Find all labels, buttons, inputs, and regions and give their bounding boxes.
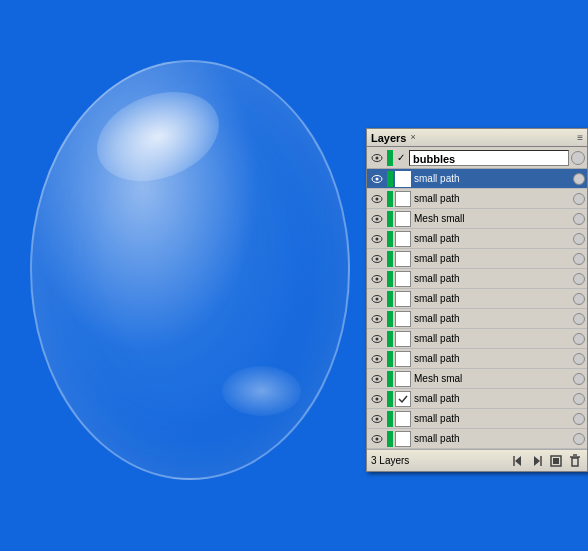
layers-list[interactable]: small pathsmall pathMesh smallsmall path… bbox=[367, 169, 587, 449]
statusbar-forward-button[interactable] bbox=[529, 453, 545, 469]
layer-eye-icon[interactable] bbox=[369, 311, 385, 327]
layer-row[interactable]: small path bbox=[367, 409, 587, 429]
layer-color-bar bbox=[387, 211, 393, 227]
layer-row[interactable]: small path bbox=[367, 249, 587, 269]
svg-point-1 bbox=[376, 156, 379, 159]
layer-options-icon[interactable] bbox=[573, 393, 585, 405]
statusbar-icons bbox=[510, 453, 583, 469]
svg-point-17 bbox=[376, 317, 379, 320]
layer-options-icon[interactable] bbox=[573, 413, 585, 425]
layer-options-icon[interactable] bbox=[573, 333, 585, 345]
panel-title-left: Layers × bbox=[371, 132, 416, 144]
layer-thumbnail bbox=[395, 331, 411, 347]
layer-row[interactable]: small path bbox=[367, 329, 587, 349]
statusbar-back-button[interactable] bbox=[510, 453, 526, 469]
layer-name-label: small path bbox=[412, 173, 570, 184]
layers-toolbar: ✓ bubbles bbox=[367, 147, 587, 169]
layer-thumbnail bbox=[395, 271, 411, 287]
layer-options-icon[interactable] bbox=[573, 433, 585, 445]
svg-marker-32 bbox=[534, 456, 540, 466]
layer-eye-icon[interactable] bbox=[369, 191, 385, 207]
layer-name-label: small path bbox=[412, 273, 570, 284]
layer-eye-icon[interactable] bbox=[369, 391, 385, 407]
svg-marker-30 bbox=[515, 456, 521, 466]
layer-eye-icon[interactable] bbox=[369, 411, 385, 427]
layer-eye-icon[interactable] bbox=[369, 171, 385, 187]
layer-eye-icon[interactable] bbox=[369, 351, 385, 367]
canvas: Layers × ≡ ✓ bubbles small pathsmall pat… bbox=[0, 0, 588, 551]
layer-row[interactable]: small path bbox=[367, 189, 587, 209]
layer-name-label: Mesh small bbox=[412, 213, 570, 224]
statusbar-delete-button[interactable] bbox=[567, 453, 583, 469]
svg-point-19 bbox=[376, 337, 379, 340]
layer-row[interactable]: small path bbox=[367, 269, 587, 289]
svg-point-23 bbox=[376, 377, 379, 380]
statusbar-page-button[interactable] bbox=[548, 453, 564, 469]
svg-rect-36 bbox=[572, 458, 578, 466]
layer-options-icon[interactable] bbox=[573, 353, 585, 365]
layer-options-icon[interactable] bbox=[573, 273, 585, 285]
layer-eye-icon[interactable] bbox=[369, 331, 385, 347]
layer-thumbnail bbox=[395, 351, 411, 367]
layer-row[interactable]: small path bbox=[367, 309, 587, 329]
svg-rect-35 bbox=[553, 458, 559, 464]
layer-options-icon[interactable] bbox=[573, 233, 585, 245]
svg-point-5 bbox=[376, 197, 379, 200]
layer-eye-icon[interactable] bbox=[369, 371, 385, 387]
layer-eye-icon[interactable] bbox=[369, 231, 385, 247]
layer-options-icon[interactable] bbox=[573, 173, 585, 185]
layer-thumbnail bbox=[395, 391, 411, 407]
layer-color-bar bbox=[387, 231, 393, 247]
toolbar-circle-icon bbox=[571, 151, 585, 165]
layer-eye-icon[interactable] bbox=[369, 431, 385, 447]
layer-color-bar bbox=[387, 191, 393, 207]
layer-row[interactable]: small path bbox=[367, 289, 587, 309]
layer-row[interactable]: small path bbox=[367, 229, 587, 249]
layer-thumbnail bbox=[395, 431, 411, 447]
layer-options-icon[interactable] bbox=[573, 313, 585, 325]
svg-point-13 bbox=[376, 277, 379, 280]
svg-point-25 bbox=[376, 397, 379, 400]
layer-options-icon[interactable] bbox=[573, 253, 585, 265]
panel-menu-button[interactable]: ≡ bbox=[577, 132, 583, 143]
layer-thumbnail bbox=[395, 411, 411, 427]
panel-title: Layers bbox=[371, 132, 406, 144]
group-name-label[interactable]: bubbles bbox=[409, 150, 569, 166]
panel-titlebar: Layers × ≡ bbox=[367, 129, 587, 147]
layer-color-bar bbox=[387, 351, 393, 367]
svg-point-21 bbox=[376, 357, 379, 360]
layer-color-bar bbox=[387, 431, 393, 447]
layers-count-label: 3 Layers bbox=[371, 455, 409, 466]
layer-row[interactable]: small path bbox=[367, 389, 587, 409]
layer-name-label: small path bbox=[412, 353, 570, 364]
layer-row[interactable]: small path bbox=[367, 429, 587, 449]
layer-eye-icon[interactable] bbox=[369, 211, 385, 227]
layer-color-bar bbox=[387, 411, 393, 427]
svg-point-29 bbox=[376, 437, 379, 440]
layer-eye-icon[interactable] bbox=[369, 291, 385, 307]
layer-row[interactable]: Mesh small bbox=[367, 209, 587, 229]
layer-thumbnail bbox=[395, 231, 411, 247]
layer-options-icon[interactable] bbox=[573, 213, 585, 225]
layer-eye-icon[interactable] bbox=[369, 251, 385, 267]
layer-row[interactable]: small path bbox=[367, 349, 587, 369]
layer-options-icon[interactable] bbox=[573, 193, 585, 205]
layer-color-bar bbox=[387, 331, 393, 347]
layer-thumbnail bbox=[395, 311, 411, 327]
layer-row[interactable]: small path bbox=[367, 169, 587, 189]
svg-point-7 bbox=[376, 217, 379, 220]
layer-color-bar bbox=[387, 291, 393, 307]
layer-options-icon[interactable] bbox=[573, 293, 585, 305]
layer-eye-icon[interactable] bbox=[369, 271, 385, 287]
svg-point-15 bbox=[376, 297, 379, 300]
layer-name-label: small path bbox=[412, 233, 570, 244]
layer-name-label: small path bbox=[412, 333, 570, 344]
layer-options-icon[interactable] bbox=[573, 373, 585, 385]
toolbar-eye-icon[interactable] bbox=[369, 150, 385, 166]
panel-close-button[interactable]: × bbox=[410, 133, 415, 142]
layer-row[interactable]: Mesh smal bbox=[367, 369, 587, 389]
layer-color-bar bbox=[387, 311, 393, 327]
bubble-illustration bbox=[30, 60, 350, 480]
layer-thumbnail bbox=[395, 251, 411, 267]
layer-name-label: Mesh smal bbox=[412, 373, 570, 384]
